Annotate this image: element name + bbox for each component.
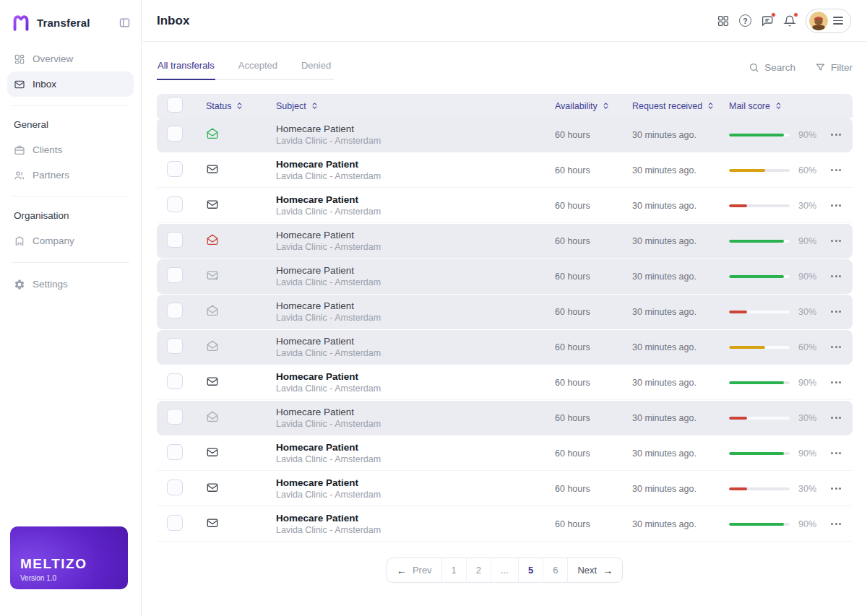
topbar: Inbox ? [142, 0, 867, 42]
sidebar-item-inbox[interactable]: Inbox [7, 71, 134, 97]
mail-score-bar [729, 275, 790, 278]
mail-score-bar [729, 204, 790, 207]
table-row[interactable]: Homecare Patient Lavida Clinic - Amsterd… [157, 472, 853, 506]
divider [12, 196, 129, 197]
row-score: 90% [798, 448, 816, 459]
filter-button[interactable]: Filter [815, 62, 853, 73]
row-subject: Homecare Patient [276, 371, 545, 383]
sidebar-item-settings[interactable]: Settings [7, 272, 134, 297]
notification-dot [793, 12, 798, 17]
briefcase-icon [14, 144, 25, 156]
row-menu-icon[interactable] [828, 483, 844, 494]
bell-icon[interactable] [783, 14, 796, 27]
row-received: 30 minutes ago. [622, 236, 719, 246]
mail-closed-dark-icon [206, 375, 219, 388]
table-row[interactable]: Homecare Patient Lavida Clinic - Amsterd… [157, 401, 853, 435]
table-row[interactable]: Homecare Patient Lavida Clinic - Amsterd… [157, 330, 853, 365]
row-checkbox[interactable] [167, 126, 183, 142]
row-menu-icon[interactable] [828, 448, 844, 459]
table-row[interactable]: Homecare Patient Lavida Clinic - Amsterd… [157, 188, 853, 223]
help-icon[interactable]: ? [739, 14, 751, 27]
row-checkbox[interactable] [167, 338, 183, 354]
sidebar-item-label: Company [33, 235, 74, 246]
column-header-status[interactable]: Status [196, 101, 276, 111]
pagination-page-...[interactable]: ... [491, 558, 519, 582]
row-checkbox[interactable] [167, 480, 183, 495]
table-row[interactable]: Homecare Patient Lavida Clinic - Amsterd… [157, 153, 853, 188]
pagination-page-6[interactable]: 6 [543, 558, 568, 582]
sidebar-item-label: Inbox [33, 79, 56, 90]
column-header-request-received[interactable]: Request received [622, 101, 719, 111]
sort-icon [707, 101, 715, 110]
row-organisation: Lavida Clinic - Amsterdam [276, 525, 545, 535]
row-checkbox[interactable] [167, 161, 183, 177]
sidebar-item-clients[interactable]: Clients [7, 137, 134, 162]
row-organisation: Lavida Clinic - Amsterdam [276, 242, 545, 252]
dashboard-icon [14, 53, 25, 65]
pagination-page-1[interactable]: 1 [442, 558, 467, 582]
mail-open-red-icon [206, 233, 219, 246]
sidebar-item-overview[interactable]: Overview [7, 46, 134, 71]
row-menu-icon[interactable] [828, 235, 844, 246]
row-menu-icon[interactable] [828, 271, 844, 282]
row-checkbox[interactable] [167, 303, 183, 318]
sidebar-item-partners[interactable]: Partners [7, 162, 134, 188]
row-score: 90% [798, 236, 816, 246]
table-row[interactable]: Homecare Patient Lavida Clinic - Amsterd… [157, 507, 853, 542]
pagination-next-button[interactable]: Next→ [568, 558, 622, 582]
row-checkbox[interactable] [167, 409, 183, 425]
table-row[interactable]: Homecare Patient Lavida Clinic - Amsterd… [157, 224, 853, 259]
row-subject: Homecare Patient [276, 159, 545, 171]
sidebar-collapse-icon[interactable] [118, 17, 131, 29]
row-checkbox[interactable] [167, 373, 183, 389]
chat-icon[interactable] [761, 14, 774, 27]
tab-denied[interactable]: Denied [301, 54, 332, 80]
table-row[interactable]: Homecare Patient Lavida Clinic - Amsterd… [157, 365, 853, 400]
row-menu-icon[interactable] [828, 412, 844, 423]
notification-dot [771, 12, 776, 17]
sidebar-item-company[interactable]: Company [7, 228, 134, 253]
pagination-page-2[interactable]: 2 [467, 558, 491, 582]
mail-open-gray-icon [206, 304, 219, 317]
row-availability: 60 hours [545, 519, 622, 529]
apps-grid-icon[interactable] [717, 14, 730, 27]
tab-accepted[interactable]: Accepted [238, 54, 278, 80]
table-row[interactable]: Homecare Patient Lavida Clinic - Amsterd… [157, 295, 853, 329]
user-menu[interactable] [806, 9, 851, 33]
row-availability: 60 hours [545, 448, 622, 459]
filter-icon [815, 62, 826, 73]
row-menu-icon[interactable] [828, 342, 844, 352]
row-menu-icon[interactable] [828, 377, 844, 388]
row-checkbox[interactable] [167, 515, 183, 531]
search-button[interactable]: Search [749, 62, 795, 73]
column-header-availability[interactable]: Availability [545, 101, 622, 111]
row-menu-icon[interactable] [828, 519, 844, 529]
row-checkbox[interactable] [167, 232, 183, 248]
row-organisation: Lavida Clinic - Amsterdam [276, 277, 545, 287]
table-row[interactable]: Homecare Patient Lavida Clinic - Amsterd… [157, 118, 853, 152]
row-availability: 60 hours [545, 484, 622, 494]
tab-all-transferals[interactable]: All transferals [157, 54, 215, 80]
column-header-subject[interactable]: Subject [276, 101, 545, 111]
row-organisation: Lavida Clinic - Amsterdam [276, 313, 545, 323]
row-menu-icon[interactable] [828, 200, 844, 211]
row-organisation: Lavida Clinic - Amsterdam [276, 490, 545, 500]
row-checkbox[interactable] [167, 196, 183, 212]
row-menu-icon[interactable] [828, 129, 844, 140]
mail-score-bar [729, 240, 790, 243]
table-row[interactable]: Homecare Patient Lavida Clinic - Amsterd… [157, 259, 853, 294]
row-checkbox[interactable] [167, 444, 183, 460]
table-body: Homecare Patient Lavida Clinic - Amsterd… [157, 118, 853, 542]
pagination-page-5[interactable]: 5 [519, 558, 543, 582]
table-row[interactable]: Homecare Patient Lavida Clinic - Amsterd… [157, 436, 853, 471]
meltizo-wordmark: MELTIZO [20, 556, 118, 572]
row-subject: Homecare Patient [276, 194, 545, 207]
column-header-mail-score[interactable]: Mail score [719, 101, 828, 111]
row-subject: Homecare Patient [276, 300, 545, 313]
pagination-prev-button[interactable]: ←Prev [387, 558, 442, 582]
row-checkbox[interactable] [167, 267, 183, 283]
gear-icon [14, 279, 25, 290]
row-menu-icon[interactable] [828, 306, 844, 317]
select-all-checkbox[interactable] [167, 97, 183, 113]
row-menu-icon[interactable] [828, 165, 844, 175]
